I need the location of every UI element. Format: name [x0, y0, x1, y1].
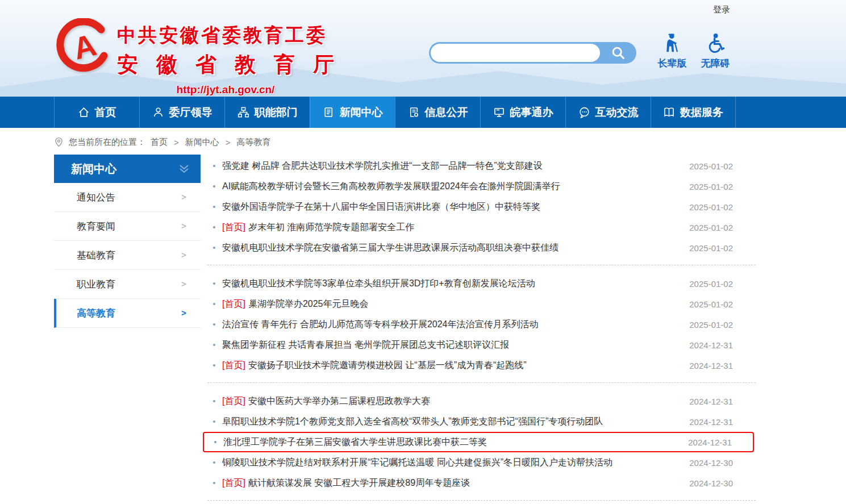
news-title[interactable]: 铜陵职业技术学院赴结对联系村开展“牢记嘱托送温暖 同心共建促振兴”冬日暖阳入户走…: [222, 457, 612, 469]
chevron-right-icon: >: [181, 221, 186, 231]
news-item[interactable]: [首页] 巢湖学院举办2025年元旦晚会 2025-01-02: [207, 294, 756, 314]
news-title[interactable]: 献计献策谋发展 安徽工程大学开展建校89周年专题座谈: [248, 477, 470, 489]
news-title[interactable]: 安徽机电职业技术学院在安徽省第三届大学生讲思政课展示活动高职组决赛中获佳绩: [222, 242, 559, 254]
nav-item-news[interactable]: 新闻中心: [310, 97, 395, 128]
news-item[interactable]: 聚焦团学新征程 共话青春展担当 亳州学院开展团总支书记述职评议汇报 2024-1…: [207, 335, 756, 355]
news-title[interactable]: 聚焦团学新征程 共话青春展担当 亳州学院开展团总支书记述职评议汇报: [222, 339, 509, 351]
nav-label: 首页: [95, 105, 116, 120]
news-item[interactable]: [首页] 安徽扬子职业技术学院邀请劳模进校园 让“基层一线”成为青春“起跑线” …: [207, 355, 756, 376]
sidebar-item-notices[interactable]: 通知公告 >: [54, 183, 201, 212]
person-icon: [152, 106, 164, 118]
chat-icon: [578, 106, 590, 118]
news-title[interactable]: AI赋能高校教学研讨会暨长三角高校教师教学发展联盟2024年会在滁州学院圆满举行: [222, 181, 560, 193]
news-date: 2024-12-31: [678, 397, 733, 406]
bullet-dot: [213, 247, 215, 249]
news-title[interactable]: 岁末年初 淮南师范学院专题部署安全工作: [248, 222, 414, 234]
nav-item-interaction[interactable]: 互动交流: [565, 97, 651, 128]
breadcrumb-separator: >: [226, 138, 231, 147]
org-title-line1: 中共安徽省委教育工委: [117, 23, 334, 48]
news-title[interactable]: 安徽外国语学院学子在第十八届中华全国日语演讲比赛（华中地区）中获特等奖: [222, 201, 540, 213]
nav-item-services[interactable]: 皖事通办: [480, 97, 565, 128]
news-item[interactable]: 强党建 树品牌 合肥共达职业技术学院扎实推进“一支部一品牌一特色”党支部建设 2…: [207, 156, 756, 176]
news-item-highlighted[interactable]: 淮北理工学院学子在第三届安徽省大学生讲思政课比赛中获二等奖 2024-12-31: [203, 432, 754, 452]
news-title[interactable]: 安徽机电职业技术学院等3家单位牵头组织开展3D打印+教育创新发展论坛活动: [222, 278, 535, 290]
monitor-icon: [493, 106, 505, 118]
main-nav: 首页 委厅领导 职能部门 新闻中心 信息公开: [0, 97, 846, 128]
search-button[interactable]: [600, 42, 636, 64]
news-tag: [首页]: [222, 222, 245, 234]
nav-item-departments[interactable]: 职能部门: [224, 97, 310, 128]
sidebar-title: 新闻中心: [71, 161, 116, 177]
nav-label: 委厅领导: [169, 105, 212, 120]
news-item[interactable]: [首页] 岁末年初 淮南师范学院专题部署安全工作 2025-01-02: [207, 217, 756, 238]
sidebar-item-higher-edu[interactable]: 高等教育 >: [54, 299, 201, 328]
home-icon: [78, 106, 90, 118]
news-title[interactable]: 安徽中医药大学举办第二届课程思政教学大赛: [248, 395, 430, 407]
news-list: 强党建 树品牌 合肥共达职业技术学院扎实推进“一支部一品牌一特色”党支部建设 2…: [207, 155, 756, 501]
sidebar-item-edu-news[interactable]: 教育要闻 >: [54, 212, 201, 241]
bullet-dot: [213, 185, 215, 188]
sitemap-icon: [237, 106, 249, 118]
elder-version-button[interactable]: 长辈版: [652, 33, 692, 70]
login-link[interactable]: 登录: [713, 5, 730, 15]
chevron-double-down-icon: [179, 164, 189, 173]
news-title[interactable]: 巢湖学院举办2025年元旦晚会: [248, 298, 369, 310]
news-date: 2024-12-31: [678, 340, 733, 350]
sidebar-item-basic-edu[interactable]: 基础教育 >: [54, 241, 201, 270]
sidebar-item-label: 高等教育: [77, 307, 115, 320]
bullet-dot: [213, 206, 215, 208]
bullet-dot: [214, 441, 216, 443]
sidebar-item-vocational-edu[interactable]: 职业教育 >: [54, 270, 201, 299]
site-url: http://jyt.ah.gov.cn/: [117, 84, 334, 96]
wheelchair-icon: [706, 33, 725, 53]
breadcrumb-current[interactable]: 高等教育: [237, 137, 271, 148]
nav-label: 职能部门: [255, 105, 298, 120]
news-date: 2024-12-31: [677, 438, 732, 447]
nav-label: 信息公开: [425, 105, 468, 120]
sidebar-item-label: 通知公告: [77, 191, 115, 204]
search-input[interactable]: [431, 44, 600, 62]
accessibility-button[interactable]: 无障碍: [695, 33, 735, 70]
bullet-dot: [213, 461, 215, 464]
news-tag: [首页]: [222, 298, 245, 310]
nav-item-home[interactable]: 首页: [54, 97, 139, 128]
chevron-right-icon: >: [181, 308, 186, 318]
accessibility-label: 无障碍: [695, 57, 735, 70]
news-title[interactable]: 法治宣传 青年先行 合肥幼儿师范高等专科学校开展2024年法治宣传月系列活动: [222, 319, 538, 331]
news-tag: [首页]: [222, 395, 245, 407]
breadcrumb-home[interactable]: 首页: [151, 137, 168, 148]
bullet-dot: [213, 303, 215, 305]
news-title[interactable]: 强党建 树品牌 合肥共达职业技术学院扎实推进“一支部一品牌一特色”党支部建设: [222, 160, 543, 172]
news-title[interactable]: 安徽扬子职业技术学院邀请劳模进校园 让“基层一线”成为青春“起跑线”: [248, 360, 527, 372]
bullet-dot: [213, 323, 215, 326]
news-title[interactable]: 淮北理工学院学子在第三届安徽省大学生讲思政课比赛中获二等奖: [223, 436, 487, 448]
news-item[interactable]: 安徽机电职业技术学院在安徽省第三届大学生讲思政课展示活动高职组决赛中获佳绩 20…: [207, 238, 756, 258]
news-item[interactable]: 法治宣传 青年先行 合肥幼儿师范高等专科学校开展2024年法治宣传月系列活动 2…: [207, 314, 756, 335]
elder-version-label: 长辈版: [652, 57, 692, 70]
breadcrumb-prefix: 您当前所在的位置：: [69, 137, 145, 148]
news-group: 安徽机电职业技术学院等3家单位牵头组织开展3D打印+教育创新发展论坛活动 202…: [207, 265, 756, 383]
book-icon: [663, 106, 675, 118]
nav-item-leaders[interactable]: 委厅领导: [139, 97, 224, 128]
news-item[interactable]: [首页] 安徽中医药大学举办第二届课程思政教学大赛 2024-12-31: [207, 391, 756, 411]
news-item[interactable]: AI赋能高校教学研讨会暨长三角高校教师教学发展联盟2024年会在滁州学院圆满举行…: [207, 176, 756, 197]
news-item[interactable]: 安徽外国语学院学子在第十八届中华全国日语演讲比赛（华中地区）中获特等奖 2025…: [207, 197, 756, 217]
breadcrumb-news-center[interactable]: 新闻中心: [185, 137, 219, 148]
chevron-right-icon: >: [181, 192, 186, 202]
news-item[interactable]: 铜陵职业技术学院赴结对联系村开展“牢记嘱托送温暖 同心共建促振兴”冬日暖阳入户走…: [207, 452, 756, 473]
news-title[interactable]: 阜阳职业技术学院1个教师党支部入选全省高校“双带头人”教师党支部书记“强国行”专…: [222, 416, 603, 428]
bullet-dot: [213, 226, 215, 228]
news-date: 2024-12-31: [678, 417, 733, 427]
site-logo-icon: A: [56, 18, 112, 75]
news-date: 2025-01-02: [678, 182, 733, 191]
bullet-dot: [213, 165, 215, 167]
news-item[interactable]: 安徽机电职业技术学院等3家单位牵头组织开展3D打印+教育创新发展论坛活动 202…: [207, 273, 756, 294]
nav-item-data[interactable]: 数据服务: [651, 97, 736, 128]
nav-item-info[interactable]: 信息公开: [395, 97, 480, 128]
news-tag: [首页]: [222, 360, 245, 372]
search-icon: [611, 45, 626, 60]
nav-label: 皖事通办: [510, 105, 553, 120]
news-item[interactable]: [首页] 献计献策谋发展 安徽工程大学开展建校89周年专题座谈 2024-12-…: [207, 473, 756, 493]
news-item[interactable]: 阜阳职业技术学院1个教师党支部入选全省高校“双带头人”教师党支部书记“强国行”专…: [207, 411, 756, 432]
sidebar-header[interactable]: 新闻中心: [54, 155, 201, 183]
